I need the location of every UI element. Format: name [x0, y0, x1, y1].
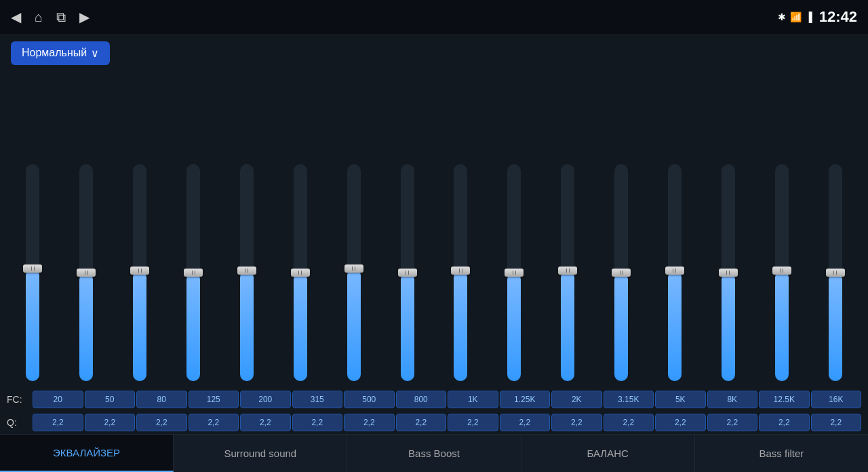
- slider-handle-3.15K[interactable]: [612, 269, 631, 277]
- slider-wrapper-315: [288, 164, 313, 381]
- slider-column-80: [114, 164, 166, 381]
- play-icon[interactable]: ▶: [79, 9, 90, 25]
- fc-badge-5K[interactable]: 5K: [655, 391, 706, 408]
- nav-controls: ◀ ⌂ ⧉ ▶: [11, 9, 90, 25]
- tab-bass[interactable]: Bass Boost: [347, 435, 521, 472]
- slider-track-500[interactable]: [347, 164, 361, 381]
- fc-badge-125[interactable]: 125: [189, 391, 239, 408]
- fc-badge-16K[interactable]: 16K: [811, 391, 862, 408]
- q-badge-50[interactable]: 2,2: [85, 414, 136, 431]
- slider-track-20[interactable]: [26, 164, 39, 381]
- fc-badge-1K[interactable]: 1K: [448, 391, 498, 408]
- slider-handle-2K[interactable]: [558, 267, 577, 275]
- slider-handle-5K[interactable]: [665, 267, 684, 275]
- slider-track-5K[interactable]: [668, 164, 682, 381]
- slider-track-2K[interactable]: [561, 164, 574, 381]
- fc-badge-80[interactable]: 80: [136, 391, 187, 408]
- slider-handle-80[interactable]: [130, 267, 149, 275]
- q-badge-16K[interactable]: 2,2: [811, 414, 862, 431]
- slider-track-125[interactable]: [186, 164, 200, 381]
- fc-badge-315[interactable]: 315: [292, 391, 343, 408]
- fc-badge-200[interactable]: 200: [240, 391, 291, 408]
- slider-fill-200: [240, 271, 254, 381]
- slider-handle-8K[interactable]: [719, 269, 738, 277]
- slider-wrapper-3.15K: [609, 164, 633, 381]
- back-icon[interactable]: ◀: [11, 9, 21, 25]
- slider-handle-1K[interactable]: [451, 267, 470, 275]
- window-icon[interactable]: ⧉: [56, 9, 66, 25]
- fc-badge-1.25K[interactable]: 1.25K: [500, 391, 551, 408]
- slider-wrapper-125: [181, 164, 205, 381]
- slider-column-315: [274, 164, 326, 381]
- slider-wrapper-800: [395, 164, 420, 381]
- signal-icon: ▐: [806, 12, 812, 22]
- slider-column-800: [381, 164, 433, 381]
- slider-track-800[interactable]: [401, 164, 414, 381]
- fc-badge-8K[interactable]: 8K: [707, 391, 758, 408]
- slider-track-8K[interactable]: [722, 164, 735, 381]
- slider-handle-20[interactable]: [23, 264, 42, 273]
- slider-handle-16K[interactable]: [826, 269, 845, 277]
- slider-column-20: [7, 164, 59, 381]
- q-badge-800[interactable]: 2,2: [396, 414, 447, 431]
- slider-track-315[interactable]: [294, 164, 307, 381]
- tab-balance[interactable]: БАЛАНС: [521, 435, 695, 472]
- slider-track-80[interactable]: [133, 164, 146, 381]
- fc-badge-12.5K[interactable]: 12.5K: [759, 391, 810, 408]
- slider-track-1K[interactable]: [454, 164, 467, 381]
- slider-track-12.5K[interactable]: [775, 164, 789, 381]
- home-icon[interactable]: ⌂: [35, 9, 43, 25]
- fc-badge-50[interactable]: 50: [85, 391, 136, 408]
- slider-wrapper-5K: [663, 164, 687, 381]
- q-badge-20[interactable]: 2,2: [33, 414, 83, 431]
- q-badge-1K[interactable]: 2,2: [448, 414, 498, 431]
- tab-filter[interactable]: Bass filter: [695, 435, 868, 472]
- q-badge-5K[interactable]: 2,2: [655, 414, 706, 431]
- fc-badge-20[interactable]: 20: [33, 391, 83, 408]
- slider-wrapper-80: [127, 164, 152, 381]
- sliders-container: [7, 72, 861, 388]
- q-badge-500[interactable]: 2,2: [344, 414, 395, 431]
- slider-track-16K[interactable]: [829, 164, 842, 381]
- tab-surround[interactable]: Surround sound: [174, 435, 347, 472]
- q-badge-200[interactable]: 2,2: [240, 414, 291, 431]
- fc-badge-800[interactable]: 800: [396, 391, 447, 408]
- slider-fill-3.15K: [614, 273, 628, 381]
- q-badges: 2,22,22,22,22,22,22,22,22,22,22,22,22,22…: [33, 414, 861, 431]
- fc-label: FC:: [7, 394, 31, 405]
- slider-handle-800[interactable]: [398, 269, 417, 277]
- q-badge-3.15K[interactable]: 2,2: [604, 414, 654, 431]
- slider-handle-315[interactable]: [291, 269, 310, 277]
- slider-handle-500[interactable]: [344, 264, 363, 273]
- q-badge-8K[interactable]: 2,2: [707, 414, 758, 431]
- slider-fill-500: [347, 269, 361, 381]
- tab-eq[interactable]: ЭКВАЛАЙЗЕР: [0, 435, 174, 472]
- bluetooth-icon: ✱: [778, 12, 786, 22]
- fc-badge-2K[interactable]: 2K: [551, 391, 602, 408]
- slider-track-3.15K[interactable]: [614, 164, 628, 381]
- preset-button[interactable]: Нормальный ∨: [11, 41, 110, 65]
- q-badge-80[interactable]: 2,2: [136, 414, 187, 431]
- q-badge-1.25K[interactable]: 2,2: [500, 414, 551, 431]
- q-badge-12.5K[interactable]: 2,2: [759, 414, 810, 431]
- q-badge-125[interactable]: 2,2: [189, 414, 239, 431]
- q-row: Q: 2,22,22,22,22,22,22,22,22,22,22,22,22…: [7, 411, 861, 434]
- slider-fill-1.25K: [507, 273, 521, 381]
- slider-handle-50[interactable]: [77, 269, 96, 277]
- slider-column-1K: [435, 164, 487, 381]
- fc-badge-500[interactable]: 500: [344, 391, 395, 408]
- slider-track-1.25K[interactable]: [507, 164, 521, 381]
- slider-column-500: [328, 164, 380, 381]
- slider-column-5K: [649, 164, 701, 381]
- slider-handle-1.25K[interactable]: [505, 269, 524, 277]
- fc-badge-3.15K[interactable]: 3.15K: [604, 391, 654, 408]
- slider-track-200[interactable]: [240, 164, 254, 381]
- slider-track-50[interactable]: [79, 164, 93, 381]
- slider-handle-12.5K[interactable]: [772, 267, 791, 275]
- slider-handle-200[interactable]: [237, 267, 256, 275]
- main-content: Нормальный ∨ FC: 2050801252003155008001K…: [0, 34, 868, 434]
- slider-handle-125[interactable]: [184, 269, 203, 277]
- q-badge-315[interactable]: 2,2: [292, 414, 343, 431]
- q-badge-2K[interactable]: 2,2: [551, 414, 602, 431]
- slider-wrapper-200: [235, 164, 259, 381]
